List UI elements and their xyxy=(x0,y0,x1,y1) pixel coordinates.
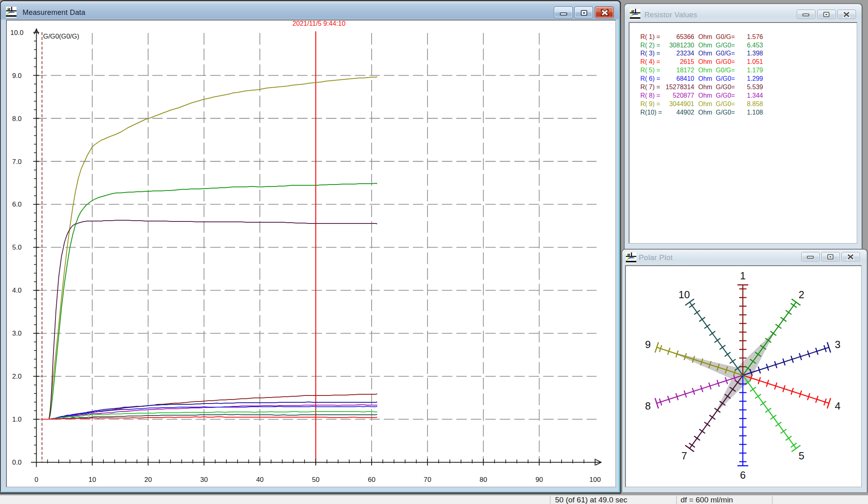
svg-text:60: 60 xyxy=(368,476,375,484)
svg-text:1.0: 1.0 xyxy=(12,416,22,423)
svg-text:30: 30 xyxy=(200,476,208,484)
svg-text:10.0: 10.0 xyxy=(10,29,23,37)
svg-text:0.0: 0.0 xyxy=(12,459,22,466)
svg-text:2.0: 2.0 xyxy=(12,373,22,380)
svg-text:4.0: 4.0 xyxy=(12,287,22,294)
svg-text:10: 10 xyxy=(679,289,690,300)
svg-text:3.0: 3.0 xyxy=(12,330,22,337)
svg-text:50: 50 xyxy=(312,476,320,484)
svg-text:9: 9 xyxy=(645,339,651,350)
svg-text:5.0: 5.0 xyxy=(12,244,22,251)
svg-text:7: 7 xyxy=(681,450,687,461)
svg-text:40: 40 xyxy=(256,476,264,484)
svg-text:90: 90 xyxy=(535,476,543,484)
svg-text:80: 80 xyxy=(479,476,487,484)
svg-text:20: 20 xyxy=(144,476,152,484)
svg-text:8: 8 xyxy=(645,400,651,412)
svg-text:8.0: 8.0 xyxy=(12,115,22,123)
svg-text:100: 100 xyxy=(589,476,601,484)
svg-text:7.0: 7.0 xyxy=(12,158,22,166)
svg-text:4: 4 xyxy=(835,400,841,412)
svg-text:3: 3 xyxy=(835,339,841,350)
svg-text:9.0: 9.0 xyxy=(12,72,22,80)
svg-text:1: 1 xyxy=(740,270,746,281)
svg-text:G/G0(G0/G): G/G0(G0/G) xyxy=(43,33,79,40)
svg-text:5: 5 xyxy=(799,450,804,461)
svg-text:6.0: 6.0 xyxy=(12,201,22,208)
svg-text:10: 10 xyxy=(88,476,96,484)
svg-text:0: 0 xyxy=(35,476,38,484)
svg-text:2: 2 xyxy=(799,289,804,300)
svg-text:70: 70 xyxy=(424,476,431,484)
svg-text:6: 6 xyxy=(740,469,746,481)
svg-text:2021/11/5 9:44:10: 2021/11/5 9:44:10 xyxy=(292,20,346,27)
